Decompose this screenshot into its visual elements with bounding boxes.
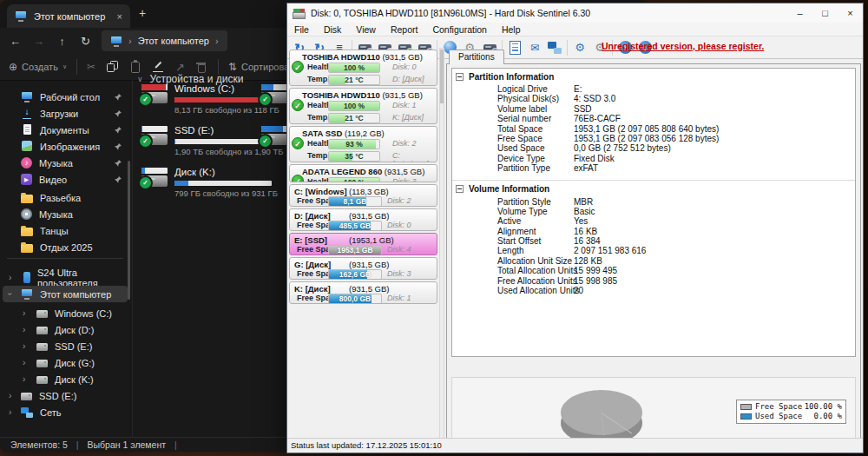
disk-number: Disk: 0 <box>387 221 411 229</box>
sidebar-item-videos[interactable]: ▶ Видео <box>0 171 130 188</box>
sidebar-item-downloads[interactable]: ↓ Загрузки <box>0 105 130 122</box>
chevron-down-icon[interactable]: › <box>5 293 15 295</box>
sidebar-item-network[interactable]: › Сеть <box>0 404 130 420</box>
menu-report[interactable]: Report <box>391 24 418 35</box>
menu-file[interactable]: File <box>294 24 309 35</box>
pin-icon[interactable] <box>114 159 122 168</box>
breadcrumb[interactable]: › Этот компьютер › <box>102 30 227 51</box>
sidebar-item-folder[interactable]: Танцы <box>0 222 130 239</box>
disk-card-3[interactable]: ✓ ADATA LEGEND 860 (931,5 GB) Health: 10… <box>289 164 437 182</box>
legend-swatch-blue <box>740 413 752 420</box>
pin-icon[interactable] <box>114 109 122 118</box>
share-icon[interactable]: ↗ <box>175 61 185 74</box>
sidebar-item-desktop[interactable]: Рабочий стол <box>0 89 130 105</box>
disk-title: SATA SSD (119,2 GB) <box>302 129 385 138</box>
check-badge-icon: ✓ <box>138 134 153 149</box>
partition-card-e-selected[interactable]: E: [SSD] (1953,1 GB) Free Space 1953,1 G… <box>289 233 437 255</box>
sidebar-item-pictures[interactable]: Изображения <box>0 138 130 155</box>
disk-number: Disk: 0 <box>392 63 417 71</box>
partition-card-k[interactable]: K: [Диск] (931,5 GB) Free Space 800,0 GB… <box>289 281 437 304</box>
new-tab-button[interactable]: + <box>139 6 146 20</box>
chevron-right-icon[interactable]: › <box>23 358 25 367</box>
drive-icon <box>36 343 48 351</box>
drive-free-space: 799 ГБ свободно из 931 ГБ <box>174 188 278 198</box>
paste-icon[interactable] <box>128 60 142 74</box>
explorer-tab[interactable]: Этот компьютер × <box>7 4 130 28</box>
sidebar-item-folder[interactable]: Музыка <box>0 206 130 222</box>
partition-info-box: Partition Information Logical DriveE: Ph… <box>451 68 856 357</box>
sidebar-item-folder[interactable]: Отдых 2025 <box>0 239 130 255</box>
sort-arrows-icon: ⇅ <box>228 61 237 73</box>
close-button[interactable]: × <box>838 8 863 18</box>
sidebar-item-folder[interactable]: Разьебка <box>0 189 130 206</box>
disk-list-scrollbar[interactable] <box>439 48 444 440</box>
delete-icon[interactable] <box>194 60 208 74</box>
check-badge-icon: ✓ <box>258 92 273 107</box>
back-icon[interactable]: ← <box>3 35 27 48</box>
partition-card-d[interactable]: D: [Диск] (931,5 GB) Free Space 485,5 GB… <box>289 208 437 231</box>
maximize-button[interactable]: □ <box>812 8 838 18</box>
collapse-icon[interactable] <box>456 185 464 193</box>
legend-free-space: Free Space100.00 % <box>740 402 842 412</box>
rename-icon[interactable] <box>152 60 166 74</box>
pin-icon[interactable] <box>114 126 122 135</box>
forward-icon[interactable]: → <box>27 35 50 48</box>
drive-tile-k[interactable]: ✓ Диск (K:) 799 ГБ свободно из 931 ГБ <box>141 167 284 205</box>
refresh-icon[interactable]: ↻ <box>74 35 97 48</box>
partition-card-c[interactable]: C: [Windows] (118,3 GB) Free Space 8,1 G… <box>289 184 437 207</box>
sidebar-item-drive-c[interactable]: › Windows (C:) <box>0 305 130 321</box>
disk-card-0[interactable]: ✓ TOSHIBA HDWD110 (931,5 GB) Health: 100… <box>289 50 437 86</box>
disk-number: Disk: 2 <box>387 196 411 205</box>
chevron-right-icon[interactable]: › <box>23 325 25 334</box>
pin-icon[interactable] <box>114 142 122 151</box>
disk-number: Disk: 1 <box>387 294 411 302</box>
menu-help[interactable]: Help <box>502 24 521 35</box>
pin-icon[interactable] <box>114 175 122 184</box>
sidebar-item-phone[interactable]: › S24 Ultra пользователя <box>0 269 130 286</box>
status-selected-count: Выбран 1 элемент <box>88 439 166 450</box>
menu-disk[interactable]: Disk <box>324 24 341 35</box>
sidebar-item-documents[interactable]: Документы <box>0 122 130 138</box>
breadcrumb-item[interactable]: Этот компьютер <box>138 36 209 46</box>
tab-close-icon[interactable]: × <box>117 11 122 22</box>
up-icon[interactable]: ↑ <box>50 35 74 48</box>
sidebar-item-drive-d[interactable]: › Диск (D:) <box>0 321 130 338</box>
sentinel-title-bar[interactable]: Disk: 0, TOSHIBA HDWD110 [81N96L0MS] - H… <box>287 3 863 23</box>
disk-card-1[interactable]: ✓ TOSHIBA HDWD110 (931,5 GB) Health: 100… <box>289 88 437 124</box>
chevron-right-icon[interactable]: › <box>9 407 11 417</box>
sentinel-window: Disk: 0, TOSHIBA HDWD110 [81N96L0MS] - H… <box>286 3 864 453</box>
sidebar-item-drive-e[interactable]: › SSD (E:) <box>0 338 130 354</box>
music-icon: ♪ <box>21 157 32 169</box>
chevron-right-icon[interactable]: › <box>23 374 25 384</box>
sidebar-item-drive-g[interactable]: › Диск (G:) <box>0 354 130 371</box>
cut-icon[interactable]: ✂ <box>87 61 95 73</box>
chevron-right-icon[interactable]: › <box>23 308 25 318</box>
health-row: Health: 100 % Disk: 0 <box>290 63 437 72</box>
desktop-icon <box>21 91 33 102</box>
menu-configuration[interactable]: Configuration <box>432 24 486 35</box>
disk-card-2[interactable]: ✓ SATA SSD (119,2 GB) Health: 93 % Disk:… <box>289 126 437 162</box>
copy-icon[interactable] <box>105 60 119 74</box>
partition-size: (931,5 GB) <box>349 284 389 294</box>
pin-icon[interactable] <box>114 93 122 102</box>
sidebar-item-drive-k[interactable]: › Диск (K:) <box>0 371 130 387</box>
collapse-icon[interactable] <box>456 73 464 81</box>
health-row: Health: 100 % Disk: 1 <box>290 101 437 110</box>
sidebar-item-this-pc[interactable]: › Этот компьютер <box>3 286 128 302</box>
drive-icon <box>36 327 48 334</box>
drive-usage-bar <box>174 181 272 186</box>
partition-card-g[interactable]: G: [Диск] (931,5 GB) Free Space 162,6 GB… <box>289 257 437 280</box>
partition-size: (118,3 GB) <box>349 187 389 196</box>
minimize-button[interactable]: – <box>787 8 812 18</box>
tab-partitions[interactable]: Partitions <box>449 50 504 64</box>
disk-title: TOSHIBA HDWD110 (931,5 GB) <box>302 52 423 62</box>
menu-view[interactable]: View <box>356 24 376 35</box>
volume-info-rows: Partition StyleMBR Volume TypeBasic Acti… <box>452 197 855 296</box>
sidebar-item-ssd-e[interactable]: › SSD (E:) <box>0 387 130 404</box>
chevron-right-icon[interactable]: › <box>9 391 11 400</box>
chevron-right-icon[interactable]: › <box>9 273 11 282</box>
sidebar-item-music[interactable]: ♪ Музыка <box>0 155 130 171</box>
new-button[interactable]: ⊕ Создать ∨ <box>9 61 67 73</box>
chevron-right-icon[interactable]: › <box>23 341 25 351</box>
sidebar-scrollbar[interactable] <box>128 161 130 300</box>
